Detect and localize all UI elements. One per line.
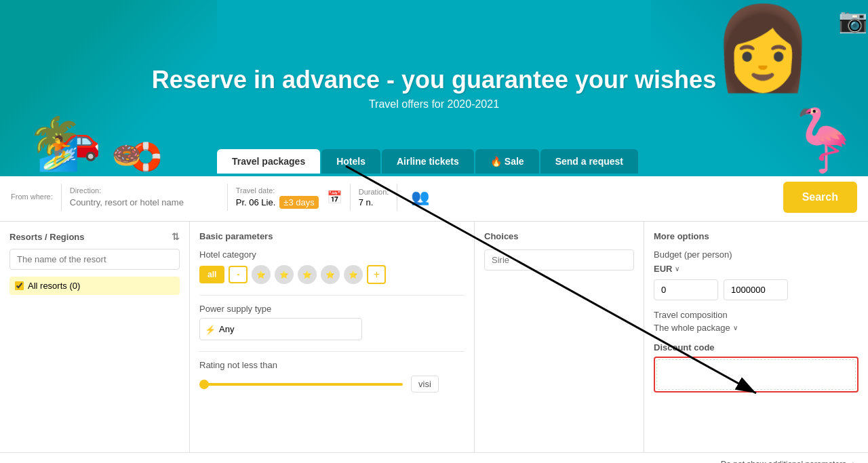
rating-value: visi (411, 376, 439, 392)
woman-decor: 👩 (712, 7, 814, 88)
hero-text: Reserve in advance - you guarantee your … (152, 66, 716, 110)
currency-dropdown-arrow[interactable]: ∨ (675, 265, 679, 273)
discount-input-wrap (654, 357, 859, 392)
star-4-btn[interactable]: ⭐ (321, 265, 340, 284)
currency-value: EUR (654, 264, 672, 274)
direction-input[interactable] (70, 196, 219, 209)
hero-subtitle: Travel offers for 2020-2021 (152, 98, 716, 110)
right-panel: More options Budget (per person) EUR ∨ T… (644, 222, 868, 452)
travel-comp-row: The whole package ∨ (654, 323, 859, 333)
power-supply-select-wrap: ⚡ Any All Inclusive Breakfast Half Board… (199, 318, 465, 340)
discount-label: Discount code (654, 342, 859, 353)
divider-stars (199, 295, 465, 296)
star-5-btn[interactable]: ⭐ (344, 265, 363, 284)
rating-label: Rating not less than (199, 360, 465, 370)
toggle-params-label[interactable]: Do not show additional parameters (721, 460, 846, 463)
middle-panel: Basic parameters Hotel category all - ⭐ … (190, 222, 475, 452)
budget-max-input[interactable] (724, 279, 788, 300)
duration-value: 7 n. (359, 197, 389, 207)
persons-icon[interactable]: 👥 (411, 188, 429, 206)
all-resorts-row: All resorts (0) (9, 277, 180, 295)
star-plus-btn[interactable]: + (367, 265, 386, 284)
main-content: Resorts / Regions ⇅ All resorts (0) Basi… (0, 222, 868, 452)
choices-title: Choices (484, 231, 634, 241)
tab-hotels[interactable]: Hotels (321, 149, 380, 174)
star-1-btn[interactable]: ⭐ (252, 265, 271, 284)
all-resorts-checkbox[interactable] (15, 281, 24, 290)
divider-1 (61, 184, 62, 211)
budget-inputs (654, 279, 859, 300)
resorts-panel-title: Resorts / Regions ⇅ (9, 231, 180, 242)
discount-input[interactable] (656, 359, 856, 390)
star-3-btn[interactable]: ⭐ (298, 265, 317, 284)
date-row: Pr. 06 Lie. ±3 days (236, 196, 319, 209)
choices-input[interactable] (484, 249, 634, 270)
divider-power (199, 351, 465, 352)
power-supply-label: Power supply type (199, 304, 465, 314)
from-where-label: From where: (11, 193, 53, 201)
power-supply-select[interactable]: Any All Inclusive Breakfast Half Board F… (199, 318, 362, 340)
travel-comp-label: Travel composition (654, 310, 859, 320)
calendar-icon[interactable]: 📅 (327, 190, 342, 205)
tab-sale[interactable]: 🔥 Sale (475, 149, 539, 174)
power-supply-icon: ⚡ (205, 324, 216, 334)
date-badge: ±3 days (279, 196, 318, 209)
tabs-bar: Travel packages Hotels Airline tickets 🔥… (0, 149, 868, 174)
hero-title: Reserve in advance - you guarantee your … (152, 66, 716, 94)
sort-icon[interactable]: ⇅ (172, 231, 180, 242)
all-resorts-label: All resorts (0) (28, 281, 80, 291)
direction-field: Direction: (70, 186, 219, 209)
travel-date-value: Pr. 06 Lie. (236, 197, 276, 207)
star-2-btn[interactable]: ⭐ (275, 265, 294, 284)
choices-panel: Choices (475, 222, 644, 452)
toggle-params-icon[interactable]: ▲ (849, 460, 857, 463)
from-where-field: From where: (11, 193, 53, 202)
fire-icon: 🔥 (490, 156, 502, 167)
direction-label: Direction: (70, 186, 219, 195)
duration-field: Duration: 7 n. (359, 188, 389, 207)
basic-params-title: Basic parameters (199, 231, 465, 241)
budget-label: Budget (per person) (654, 249, 859, 260)
travel-date-field: Travel date: Pr. 06 Lie. ±3 days (236, 186, 319, 209)
travel-date-label: Travel date: (236, 186, 319, 195)
star-minus-btn[interactable]: - (229, 266, 248, 283)
tab-travel-packages[interactable]: Travel packages (217, 149, 320, 174)
currency-row: EUR ∨ (654, 264, 859, 274)
budget-min-input[interactable] (654, 279, 718, 300)
rating-slider-thumb[interactable] (199, 380, 209, 389)
bottom-bar: Do not show additional parameters ▲ (0, 452, 868, 463)
travel-comp-value: The whole package (654, 323, 730, 333)
stars-row: all - ⭐ ⭐ ⭐ ⭐ ⭐ + (199, 265, 465, 284)
divider-4 (397, 184, 397, 211)
divider-3 (350, 184, 351, 211)
more-options-title: More options (654, 231, 859, 241)
tab-send-request[interactable]: Send a request (540, 149, 638, 174)
search-bar: From where: Direction: Travel date: Pr. … (0, 174, 868, 222)
duration-label: Duration: (359, 188, 389, 196)
travel-comp-dropdown-arrow[interactable]: ∨ (733, 324, 738, 331)
star-all-btn[interactable]: all (199, 266, 224, 283)
left-panel: Resorts / Regions ⇅ All resorts (0) (0, 222, 190, 452)
rating-row: visi (199, 376, 465, 392)
hotel-category-label: Hotel category (199, 249, 465, 260)
camera-decor: 📷 (838, 7, 868, 35)
search-button[interactable]: Search (783, 182, 857, 213)
rating-slider-track[interactable] (199, 383, 403, 386)
tab-airline-tickets[interactable]: Airline tickets (382, 149, 474, 174)
resort-input[interactable] (9, 249, 180, 270)
divider-2 (227, 184, 228, 211)
